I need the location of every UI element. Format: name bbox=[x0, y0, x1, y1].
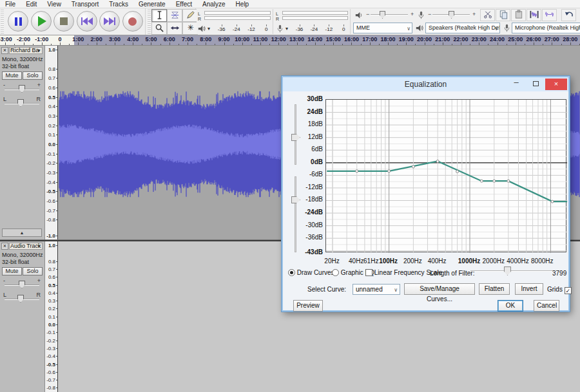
toolbar-grip[interactable] bbox=[1, 10, 4, 33]
vertical-scale-ruler[interactable]: 1.00.80.70.60.50.40.30.20.10.0-0.1-0.2-0… bbox=[45, 241, 58, 392]
playback-device-select[interactable]: Speakers (Realtek High Definit∨ bbox=[425, 23, 500, 33]
pause-icon bbox=[15, 17, 22, 26]
scale-label: -0.4 bbox=[46, 353, 55, 359]
minimize-button[interactable]: – bbox=[508, 77, 525, 90]
scale-label: -0.6 bbox=[46, 369, 55, 375]
menu-generate[interactable]: Generate bbox=[133, 0, 171, 8]
pause-button[interactable] bbox=[8, 11, 28, 32]
menu-edit[interactable]: Edit bbox=[21, 0, 42, 8]
skip-start-button[interactable] bbox=[77, 11, 97, 32]
timeline-label: 17:00 bbox=[362, 36, 377, 42]
close-icon: × bbox=[554, 80, 558, 88]
radio-icon[interactable] bbox=[288, 269, 295, 276]
scale-label: 0.4 bbox=[48, 104, 55, 109]
timeline-ruler[interactable]: -3:00-2:00-1:0001:002:003:004:005:006:00… bbox=[0, 35, 580, 46]
menu-transport[interactable]: Transport bbox=[66, 0, 104, 8]
slider-thumb[interactable] bbox=[17, 99, 24, 107]
copy-button[interactable] bbox=[496, 9, 510, 21]
menu-file[interactable]: File bbox=[0, 0, 21, 8]
silence-button[interactable] bbox=[542, 9, 557, 21]
track-close-button[interactable]: × bbox=[1, 47, 8, 54]
cut-button[interactable] bbox=[480, 9, 495, 21]
grids-checkbox[interactable]: Grids ✓ bbox=[547, 286, 572, 294]
multi-tool-button[interactable]: ✳ bbox=[182, 22, 198, 35]
close-button[interactable]: × bbox=[545, 79, 567, 90]
dialog-titlebar[interactable]: Equalization – × bbox=[283, 77, 568, 91]
timeline-label: 25:00 bbox=[508, 36, 523, 42]
radio-icon[interactable] bbox=[332, 269, 339, 276]
track-title-menu[interactable]: Richard Ba▼ bbox=[9, 47, 43, 54]
skip-end-button[interactable] bbox=[99, 11, 120, 32]
envelope-tool-button[interactable] bbox=[167, 9, 182, 22]
cancel-button[interactable]: Cancel bbox=[534, 300, 559, 312]
undo-icon bbox=[564, 10, 574, 21]
trim-button[interactable] bbox=[527, 9, 541, 21]
timeline-label: 27:00 bbox=[545, 36, 559, 42]
timeline-label: 24:00 bbox=[490, 36, 505, 42]
slider-thumb[interactable] bbox=[19, 281, 25, 288]
slider-thumb[interactable] bbox=[17, 295, 24, 303]
eq-curve-graph[interactable] bbox=[325, 99, 566, 252]
mute-button[interactable]: Mute bbox=[2, 267, 22, 275]
flatten-button[interactable]: Flatten bbox=[479, 283, 510, 295]
menu-analyze[interactable]: Analyze bbox=[197, 0, 231, 8]
draw-curves-radio[interactable]: Draw Curves bbox=[288, 269, 334, 276]
track-close-button[interactable]: × bbox=[1, 243, 8, 250]
playback-volume-slider[interactable] bbox=[371, 10, 408, 19]
meter-dropdown-arrow[interactable]: ▾ bbox=[208, 26, 210, 32]
solo-button[interactable]: Solo bbox=[23, 267, 43, 275]
microphone-icon bbox=[417, 11, 425, 21]
scale-label: -0.3 bbox=[46, 170, 55, 176]
draw-tool-button[interactable] bbox=[182, 9, 198, 22]
preview-button[interactable]: Preview bbox=[293, 300, 323, 312]
maximize-button[interactable] bbox=[527, 77, 544, 90]
menu-effect[interactable]: Effect bbox=[171, 0, 197, 8]
mute-button[interactable]: Mute bbox=[2, 71, 22, 80]
menu-tracks[interactable]: Tracks bbox=[104, 0, 133, 8]
playback-meter[interactable]: LR▾-36-24-120 bbox=[197, 9, 273, 34]
svg-text:✳: ✳ bbox=[187, 23, 193, 32]
track-format-info: Mono, 32000Hz bbox=[2, 252, 43, 258]
pan-slider[interactable]: LR bbox=[3, 97, 41, 107]
ok-button[interactable]: OK bbox=[498, 300, 523, 312]
recording-meter[interactable]: LR▾-36-24-120 bbox=[275, 9, 351, 34]
vertical-scale-ruler[interactable]: 1.00.80.70.60.50.40.30.20.10.0-0.1-0.2-0… bbox=[45, 46, 58, 239]
menu-help[interactable]: Help bbox=[231, 0, 255, 8]
slider-thumb[interactable] bbox=[449, 11, 454, 19]
timeline-label: 16:00 bbox=[344, 36, 359, 42]
stop-button[interactable] bbox=[53, 11, 74, 32]
toolbar-grip[interactable] bbox=[148, 10, 151, 33]
solo-button[interactable]: Solo bbox=[23, 71, 43, 80]
checkbox-icon[interactable] bbox=[365, 269, 372, 276]
undo-button[interactable] bbox=[561, 9, 576, 21]
length-of-filter-slider[interactable] bbox=[470, 266, 554, 275]
curve-select[interactable]: unnamed∨ bbox=[353, 284, 400, 295]
checkbox-icon[interactable]: ✓ bbox=[565, 287, 572, 294]
track-title-menu[interactable]: Audio Track▼ bbox=[9, 243, 43, 250]
slider-thumb[interactable] bbox=[380, 11, 385, 19]
pan-slider[interactable]: LR bbox=[3, 293, 41, 303]
selection-tool-button[interactable] bbox=[151, 9, 167, 22]
meter-channel-label: R bbox=[276, 17, 279, 21]
play-button[interactable] bbox=[31, 11, 52, 32]
menu-view[interactable]: View bbox=[42, 0, 66, 8]
slider-thumb[interactable] bbox=[504, 266, 511, 275]
gain-slider[interactable]: -+ bbox=[3, 279, 41, 289]
save-manage-curves-button[interactable]: Save/Manage Curves... bbox=[404, 283, 475, 295]
gain-slider[interactable]: -+ bbox=[3, 83, 41, 93]
record-button[interactable] bbox=[122, 11, 143, 32]
paste-button[interactable] bbox=[511, 9, 526, 21]
zoom-tool-button[interactable] bbox=[151, 22, 167, 35]
db-axis-label: -36dB bbox=[296, 234, 323, 241]
timeshift-tool-button[interactable] bbox=[167, 22, 182, 35]
recording-volume-slider[interactable] bbox=[432, 10, 470, 19]
audio-host-select[interactable]: MME∨ bbox=[353, 23, 412, 33]
timeline-label: -2:00 bbox=[17, 36, 30, 42]
track-collapse-button[interactable]: ▲ bbox=[2, 229, 42, 237]
slider-thumb[interactable] bbox=[19, 85, 25, 93]
scale-label: -0.4 bbox=[46, 179, 55, 185]
meter-dropdown-arrow[interactable]: ▾ bbox=[285, 26, 288, 32]
timeline-label: 3:00 bbox=[109, 36, 121, 42]
invert-button[interactable]: Invert bbox=[515, 283, 543, 295]
recording-device-select[interactable]: Microphone (Realtek High Defi∨ bbox=[512, 23, 580, 33]
